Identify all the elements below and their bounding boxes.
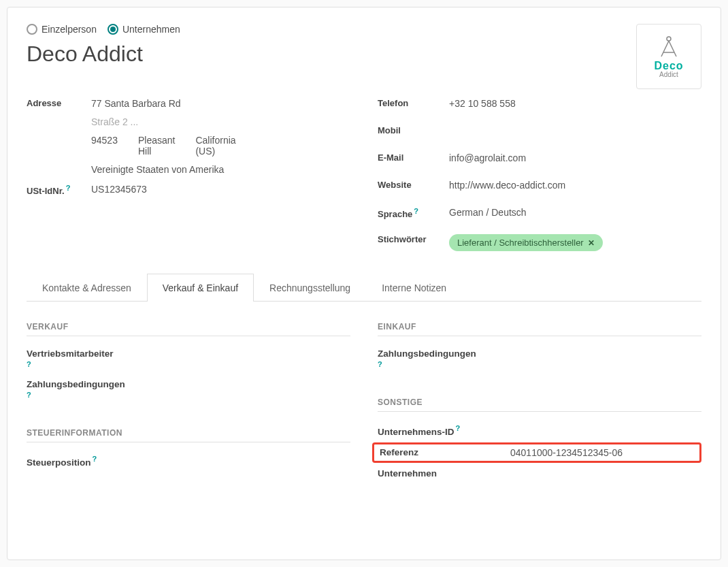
vat-label: USt-IdNr.? [27,182,91,196]
reference-input[interactable]: 04011000-1234512345-06 [510,447,694,458]
fiscal-pos-label: Steuerposition? [27,455,163,468]
contact-form-sheet: Einzelperson Unternehmen Deco Addict Dec… [7,7,721,560]
mobile-label: Mobil [378,123,449,135]
tag-item: Lieferant / Schreibtischhersteller ✕ [449,234,603,251]
lang-input[interactable]: German / Deutsch [449,205,701,218]
lang-label: Sprache? [378,205,449,219]
state-input[interactable]: California (US) [195,133,235,157]
reference-highlight: Referenz 04011000-1234512345-06 [372,442,701,463]
supp-payment-terms-help-icon[interactable]: ? [378,360,514,368]
compass-icon [657,35,681,59]
vat-field: USt-IdNr.? US12345673 [27,182,350,202]
svg-line-2 [669,41,676,56]
section-purchase: Einkauf [378,322,701,336]
radio-individual[interactable]: Einzelperson [27,24,97,35]
header-left: Einzelperson Unternehmen Deco Addict [27,24,180,87]
tag-text: Lieferant / Schreibtischhersteller [457,238,584,248]
tags-label: Stichwörter [378,232,449,244]
supp-payment-terms-label: Zahlungsbedingungen ? [378,349,514,368]
cust-payment-terms-label: Zahlungsbedingungen ? [27,379,163,399]
phone-label: Telefon [378,96,449,108]
phone-input[interactable]: +32 10 588 558 [449,96,701,109]
mobile-input[interactable] [449,123,701,125]
contact-name-title[interactable]: Deco Addict [27,42,180,67]
email-input[interactable]: info@agrolait.com [449,150,701,163]
tab-contacts[interactable]: Kontakte & Adressen [27,274,147,302]
form-tabs: Kontakte & Adressen Verkauf & Einkauf Re… [27,273,701,302]
address-label: Adresse [27,96,91,108]
website-label: Website [378,178,449,190]
fiscal-pos-help-icon[interactable]: ? [93,455,97,463]
reference-label: Referenz [380,447,510,457]
zip-input[interactable]: 94523 [91,133,118,157]
tag-remove-icon[interactable]: ✕ [588,238,595,248]
salesperson-help-icon[interactable]: ? [27,360,163,368]
section-sales: Verkauf [27,322,350,336]
salesperson-label: Vertriebsmitarbeiter? [27,349,163,368]
company-id-label: Unternehmens-ID? [378,424,514,437]
cust-payment-terms-help-icon[interactable]: ? [27,391,163,399]
tab-sales-purchase[interactable]: Verkauf & Einkauf [147,274,254,302]
radio-company-icon [107,24,118,35]
svg-line-1 [661,41,669,56]
company-label: Unternehmen [378,468,514,479]
contact-type-radio-group: Einzelperson Unternehmen [27,24,180,35]
tab-invoicing[interactable]: Rechnungsstellung [254,274,366,302]
radio-individual-icon [27,24,37,35]
company-id-help-icon[interactable]: ? [456,424,461,432]
logo-sub: Addict [659,71,678,78]
section-misc: Sonstige [378,398,701,412]
street2-input[interactable]: Straße 2 ... [91,114,350,127]
address-field: Adresse 77 Santa Barbara Rd Straße 2 ...… [27,96,350,175]
tab-internal-notes[interactable]: Interne Notizen [366,274,462,302]
tab-sales-content: Verkauf Vertriebsmitarbeiter? Zahlungsbe… [27,302,701,510]
radio-company-label: Unternehmen [122,24,180,35]
section-tax: Steuerinformation [27,428,350,442]
lang-help-icon[interactable]: ? [414,207,418,215]
street1-input[interactable]: 77 Santa Barbara Rd [91,96,350,109]
vat-input[interactable]: US12345673 [91,182,350,195]
country-input[interactable]: Vereinigte Staaten von Amerika [91,162,350,175]
vat-help-icon[interactable]: ? [66,184,71,192]
website-input[interactable]: http://www.deco-addict.com [449,178,701,191]
svg-point-0 [667,37,671,41]
radio-individual-label: Einzelperson [42,24,97,35]
radio-company[interactable]: Unternehmen [107,24,180,35]
contact-image[interactable]: Deco Addict [636,24,701,89]
city-input[interactable]: Pleasant Hill [138,133,175,157]
tags-input[interactable]: Lieferant / Schreibtischhersteller ✕ [449,232,701,251]
email-label: E-Mail [378,150,449,163]
logo-brand: Deco [654,61,683,71]
